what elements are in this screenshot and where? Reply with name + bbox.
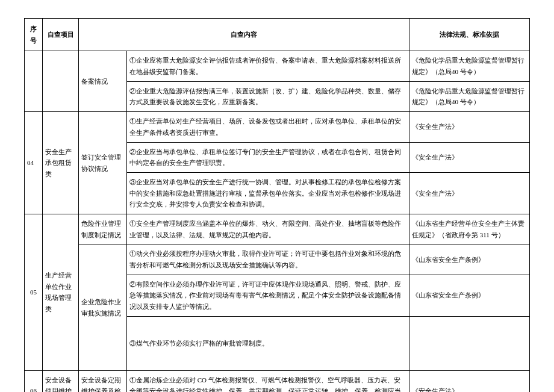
table-row: 05 生产经营单位作业现场管理类 危险作业管理制度制定情况 ①安全生产管理制度应… [25, 214, 530, 244]
cell-basis: 《安全生产法》 [409, 172, 530, 214]
cell-basis: 《安全生产法》 [409, 142, 530, 172]
cell-basis: 《山东省生产经营单位安全生产主体责任规定》（省政府令第 311 号） [409, 214, 530, 244]
cell-project: 生产经营单位作业现场管理类 [43, 214, 79, 370]
cell-sub: 企业危险作业审批实施情况 [79, 244, 127, 370]
cell-seq: 05 [25, 214, 43, 370]
cell-content: ③企业应当对承包单位的安全生产进行统一协调、管理。对从事检修工程的承包单位检修方… [127, 172, 409, 214]
cell-content: ③煤气作业环节必须实行严格的审批管理制度。 [127, 316, 409, 370]
cell-content: ②企业应当与承包单位、承租单位签订专门的安全生产管理协议，或者在承包合同、租赁合… [127, 142, 409, 172]
table-row: 06 安全设备使用维护类 安全设备定期维护保养及检测情况 ①金属冶炼企业必须对 … [25, 370, 530, 392]
cell-basis [409, 316, 530, 370]
table-row: 04 安全生产承包租赁类 签订安全管理协议情况 ①生产经营单位对生产经营项目、场… [25, 112, 530, 142]
cell-basis: 《危险化学品重大危险源监督管理暂行规定》（总局40 号令） [409, 51, 530, 81]
cell-project: 安全生产承包租赁类 [43, 112, 79, 214]
cell-seq: 06 [25, 370, 43, 392]
cell-seq [25, 51, 43, 112]
cell-sub: 签订安全管理协议情况 [79, 112, 127, 214]
cell-content: ①生产经营单位对生产经营项目、场所、设备发包或者出租时，应对承包单位、承租单位的… [127, 112, 409, 142]
header-seq: 序号 [25, 19, 43, 51]
cell-project: 安全设备使用维护类 [43, 370, 79, 392]
cell-project [43, 51, 79, 112]
cell-sub: 危险作业管理制度制定情况 [79, 214, 127, 244]
cell-basis: 《山东省安全生产条例》 [409, 275, 530, 316]
header-basis: 法律法规、标准依据 [409, 19, 530, 51]
cell-content: ①安全生产管理制度应当涵盖本单位的爆炸、动火、有限空间、高处作业、抽堵盲板等危险… [127, 214, 409, 244]
table-row: 备案情况 ①企业应将重大危险源安全评估报告或者评价报告、备案申请表、重大危险源档… [25, 51, 530, 81]
cell-basis: 《安全生产法》 [409, 370, 530, 392]
cell-content: ②有限空间作业必须办理作业许可证，许可证中应体现作业现场通风、照明、警戒、防护、… [127, 275, 409, 316]
cell-content: ①金属冶炼企业必须对 CO 气体检测报警仪、可燃气体检测报警仪、空气呼吸器、压力… [127, 370, 409, 392]
cell-content: ②企业重大危险源评估报告满三年，装置设施新（改、扩）建、危险化学品种类、数量、储… [127, 81, 409, 111]
inspection-table: 序号 自查项目 自查内容 法律法规、标准依据 备案情况 ①企业应将重大危险源安全… [24, 18, 530, 392]
header-content: 自查内容 [79, 19, 409, 51]
cell-sub: 安全设备定期维护保养及检测情况 [79, 370, 127, 392]
cell-seq: 04 [25, 112, 43, 214]
cell-basis: 《安全生产法》 [409, 112, 530, 142]
header-row: 序号 自查项目 自查内容 法律法规、标准依据 [25, 19, 530, 51]
cell-basis: 《危险化学品重大危险源监督管理暂行规定》（总局40 号令） [409, 81, 530, 111]
cell-basis: 《山东省安全生产条例》 [409, 244, 530, 275]
cell-sub: 备案情况 [79, 51, 127, 112]
header-project: 自查项目 [43, 19, 79, 51]
cell-content: ①动火作业必须按程序办理动火审批，取得作业许可证；许可证中要包括作业对象和环境的… [127, 244, 409, 275]
cell-content: ①企业应将重大危险源安全评估报告或者评价报告、备案申请表、重大危险源档案材料报送… [127, 51, 409, 81]
table-row: 企业危险作业审批实施情况 ①动火作业必须按程序办理动火审批，取得作业许可证；许可… [25, 244, 530, 275]
